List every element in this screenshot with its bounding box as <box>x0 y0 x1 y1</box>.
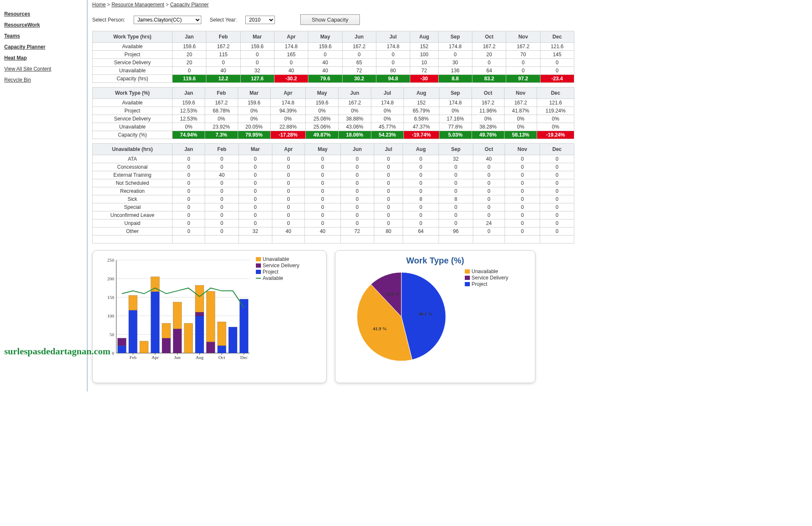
sidebar-item[interactable]: Teams <box>4 30 85 41</box>
data-cell: 0 <box>173 163 205 171</box>
year-select[interactable]: 2010 <box>245 16 275 24</box>
legend-label: Project <box>263 269 278 275</box>
row-label: Available <box>93 43 173 51</box>
month-header: Apr <box>270 88 305 99</box>
data-cell: 0 <box>403 179 439 187</box>
month-header: Feb <box>205 144 239 155</box>
row-label: Recreation <box>93 187 173 195</box>
breadcrumb-link[interactable]: Resource Management <box>112 2 165 8</box>
svg-text:250: 250 <box>107 258 115 263</box>
data-cell: 20.05% <box>238 123 270 131</box>
data-cell: 0 <box>272 155 304 163</box>
data-cell: 0 <box>540 219 574 227</box>
sidebar-item[interactable]: Recycle Bin <box>4 74 85 85</box>
breadcrumb-link[interactable]: Home <box>92 2 106 8</box>
data-cell: 0 <box>239 179 272 187</box>
row-label: Project <box>93 107 173 115</box>
data-cell: 40 <box>274 67 308 75</box>
data-cell: 8 <box>403 195 439 203</box>
data-cell: 159.6 <box>173 99 205 107</box>
legend-item: Service Delivery <box>465 275 508 281</box>
table-row: Not Scheduled000000000000 <box>93 179 574 187</box>
data-cell: 0 <box>540 59 574 67</box>
data-cell: 64 <box>472 67 506 75</box>
data-cell: 0 <box>205 219 239 227</box>
data-cell: -19.24% <box>537 131 574 139</box>
data-cell: 0 <box>340 155 374 163</box>
svg-text:46.1 %: 46.1 % <box>419 311 433 316</box>
month-header: Sep <box>439 144 473 155</box>
data-cell: 0% <box>205 115 238 123</box>
data-cell <box>374 236 403 244</box>
data-cell: 0 <box>205 195 239 203</box>
data-cell: 0 <box>308 51 342 59</box>
month-header: Sep <box>438 31 472 43</box>
data-cell: 0% <box>505 123 537 131</box>
sidebar-item[interactable]: Resources <box>4 8 85 19</box>
month-header: May <box>305 144 340 155</box>
data-cell <box>173 236 205 244</box>
table-row: Capacity (%)74.94%7.3%79.95%-17.28%49.87… <box>93 131 574 139</box>
month-header: Jun <box>338 88 371 99</box>
data-cell: 0 <box>540 195 574 203</box>
data-cell: 12.53% <box>173 115 205 123</box>
data-cell: 0 <box>540 211 574 219</box>
month-header: Nov <box>505 144 540 155</box>
data-cell: 167.2 <box>342 43 376 51</box>
pie-legend: UnavailableService DeliveryProject <box>465 268 508 365</box>
data-cell: 0 <box>374 155 403 163</box>
person-select[interactable]: James.Clayton(CC) <box>134 16 201 24</box>
sidebar-item[interactable]: View All Site Content <box>4 63 85 74</box>
table-row: Available159.6167.2159.6174.8159.6167.21… <box>93 99 574 107</box>
legend-swatch <box>465 276 470 280</box>
legend-swatch <box>465 269 470 274</box>
legend-label: Service Delivery <box>472 275 508 281</box>
table-row <box>93 236 574 244</box>
data-cell: 0 <box>205 227 239 236</box>
data-cell: 159.6 <box>240 43 274 51</box>
data-cell: 0 <box>403 187 439 195</box>
data-cell: 64 <box>403 227 439 236</box>
data-cell: 0 <box>340 211 374 219</box>
data-cell: 10 <box>410 59 439 67</box>
data-cell: 0 <box>505 179 540 187</box>
data-cell: 159.6 <box>238 99 270 107</box>
data-cell: 47.37% <box>404 123 439 131</box>
sidebar-item[interactable]: Capacity Planner <box>4 41 85 52</box>
data-cell: 0 <box>505 155 540 163</box>
data-cell: 20 <box>472 51 506 59</box>
data-cell: 0 <box>473 163 505 171</box>
data-cell <box>403 236 439 244</box>
data-cell: 0 <box>473 203 505 211</box>
table-row: Service Delivery20000406501030000 <box>93 59 574 67</box>
data-cell: 79.6 <box>308 75 342 83</box>
data-cell: 45.77% <box>371 123 403 131</box>
data-cell: 32 <box>439 155 473 163</box>
sidebar-item[interactable]: Heat Map <box>4 52 85 63</box>
data-cell: 12.2 <box>206 75 240 83</box>
data-cell: 0 <box>173 171 205 179</box>
data-cell: 0 <box>439 211 473 219</box>
svg-rect-31 <box>217 345 226 353</box>
data-cell: 40 <box>272 227 304 236</box>
legend-item: Unavailable <box>465 268 508 274</box>
table-header: Work Type (hrs) <box>93 31 173 43</box>
data-cell <box>305 236 340 244</box>
svg-rect-25 <box>184 323 193 353</box>
pie-chart: 46.1 %41.9 %12.0 % <box>342 268 461 365</box>
show-capacity-button[interactable]: Show Capacity <box>300 14 360 25</box>
data-cell: 0 <box>173 203 205 211</box>
svg-text:150: 150 <box>107 295 115 300</box>
data-cell: 0% <box>270 115 305 123</box>
data-cell: 0 <box>540 163 574 171</box>
month-header: Feb <box>205 88 238 99</box>
breadcrumb-link[interactable]: Capacity Planner <box>170 2 208 8</box>
data-cell: 0 <box>439 179 473 187</box>
data-cell <box>439 236 473 244</box>
month-header: Aug <box>404 88 439 99</box>
data-cell: 0 <box>340 171 374 179</box>
data-cell <box>239 236 272 244</box>
data-cell: 22.88% <box>270 123 305 131</box>
sidebar-item[interactable]: ResourceWork <box>4 19 85 30</box>
data-cell: 80 <box>376 67 410 75</box>
